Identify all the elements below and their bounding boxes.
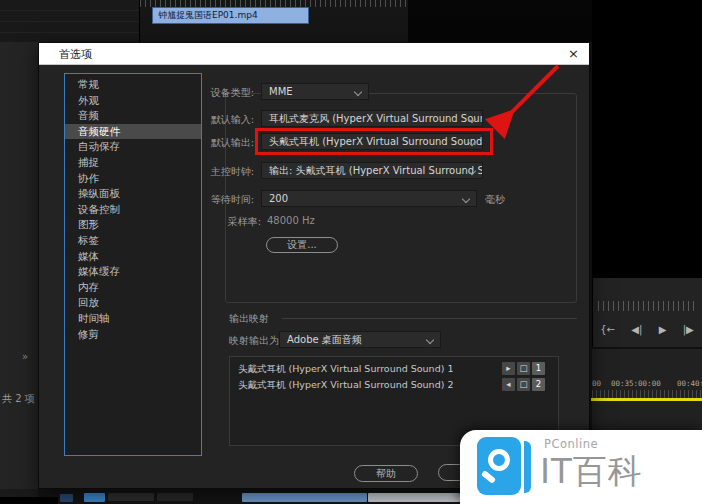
settings-button[interactable]: 设置...: [266, 237, 338, 253]
timeline-timecodes: 00 00:35:00:00 00:40:00: [592, 378, 702, 389]
magnifier-book-icon: [477, 437, 535, 497]
channel-grid-icon[interactable]: □: [517, 378, 530, 391]
sample-rate-value: 48000 Hz: [267, 215, 315, 226]
mapping-row-label: 头戴式耳机 (HyperX Virtual Surround Sound) 2: [238, 379, 453, 392]
sidebar-item-media[interactable]: 媒体: [65, 249, 201, 265]
mapping-row[interactable]: 头戴式耳机 (HyperX Virtual Surround Sound) 1 …: [230, 362, 558, 377]
panel-overflow-chevron-icon[interactable]: »: [22, 351, 28, 362]
mapping-row[interactable]: 头戴式耳机 (HyperX Virtual Surround Sound) 2 …: [230, 378, 558, 393]
output-mapping-header: 输出映射: [229, 312, 269, 326]
default-output-label: 默认输出:: [114, 136, 254, 150]
preferences-dialog: 首选项 × 常规 外观 音频 音频硬件 自动保存 捕捉 协作 操纵面板 设备控制…: [38, 42, 590, 489]
project-panel-edge: [0, 42, 38, 489]
device-type-label: 设备类型:: [114, 86, 254, 100]
sidebar-item-labels[interactable]: 标签: [65, 233, 201, 249]
map-output-for-label: 映射输出为:: [229, 334, 282, 348]
sample-rate-label: 采样率:: [121, 215, 261, 229]
sidebar-item-memory[interactable]: 内存: [65, 280, 201, 296]
selected-clip[interactable]: 钟馗捉鬼国语EP01.mp4: [152, 7, 309, 24]
timeline-ruler[interactable]: [592, 390, 702, 398]
speaker-left-icon[interactable]: ◂: [502, 378, 515, 391]
track-header-panel: [0, 0, 140, 42]
default-input-dropdown[interactable]: 耳机式麦克风 (HyperX Virtual Surround Sound): [261, 110, 483, 127]
step-back-button[interactable]: ◀|: [631, 324, 642, 335]
master-clock-label: 主控时钟:: [114, 165, 254, 179]
step-forward-button[interactable]: |▶: [683, 324, 694, 335]
watermark-title: IT百科: [540, 449, 643, 495]
watermark-card: PConline IT百科: [460, 430, 702, 504]
annotation-highlight-rect: [255, 128, 493, 155]
sidebar-item-trim[interactable]: 修剪: [65, 327, 201, 343]
go-to-in-button[interactable]: {←: [600, 324, 615, 335]
channel-grid-icon[interactable]: □: [517, 362, 530, 375]
timeline-scrollbar[interactable]: [368, 493, 460, 502]
timeline-ruler-top[interactable]: [140, 0, 408, 7]
timeline-clip-fragment[interactable]: [60, 494, 73, 502]
latency-dropdown[interactable]: 200: [261, 190, 477, 207]
preferences-category-list: 常规 外观 音频 音频硬件 自动保存 捕捉 协作 操纵面板 设备控制 图形 标签…: [64, 73, 202, 456]
mapping-row-buttons: ▸ □ 1: [502, 362, 545, 375]
sidebar-item-playback[interactable]: 回放: [65, 295, 201, 311]
default-input-label: 默认输入:: [114, 113, 254, 127]
project-item-count: 共 2 项: [2, 392, 35, 406]
latency-unit: 毫秒: [485, 193, 505, 207]
dialog-titlebar[interactable]: 首选项 ×: [39, 43, 589, 65]
latency-label: 等待时间:: [114, 193, 254, 207]
timeline-clip-fragment[interactable]: [108, 493, 154, 501]
master-clock-dropdown[interactable]: 输出: 头戴式耳机 (HyperX Virtual Surround Sound…: [261, 162, 483, 179]
device-type-dropdown[interactable]: MME: [261, 83, 369, 100]
section-rule: [282, 318, 577, 319]
transport-controls: {← ◀| ▶ |▶: [592, 318, 702, 340]
timeline-clip-fragment[interactable]: [84, 493, 105, 502]
program-monitor: [592, 0, 702, 278]
sidebar-item-timeline[interactable]: 时间轴: [65, 311, 201, 327]
timecode-label: 00: [592, 379, 601, 388]
map-output-for-dropdown[interactable]: Adobe 桌面音频: [279, 331, 441, 348]
timecode-label: 00:35:00:00: [611, 379, 661, 388]
mapping-row-buttons: ◂ □ 2: [502, 378, 545, 391]
channel-number-badge[interactable]: 1: [532, 362, 545, 375]
help-button[interactable]: 帮助: [354, 465, 418, 482]
work-area-bar[interactable]: [591, 398, 702, 401]
close-icon[interactable]: ×: [568, 46, 579, 61]
panel-divider: [0, 497, 58, 504]
program-monitor-top: [408, 0, 592, 42]
channel-number-badge[interactable]: 2: [532, 378, 545, 391]
play-button[interactable]: ▶: [659, 324, 667, 335]
premiere-workspace: ↺ 钟馗捉鬼国语EP01.mp4 » 共 2 项 {← ◀| ▶ |▶ 00 0…: [0, 0, 702, 504]
dialog-title: 首选项: [59, 47, 92, 62]
scrub-bar[interactable]: [598, 301, 698, 311]
timecode-label: 00:40:00: [677, 379, 702, 388]
speaker-right-icon[interactable]: ▸: [502, 362, 515, 375]
timeline-clip-fragment[interactable]: [157, 493, 193, 501]
timeline-audio-clip[interactable]: [242, 493, 367, 502]
sidebar-item-media-cache[interactable]: 媒体缓存: [65, 264, 201, 280]
mapping-row-label: 头戴式耳机 (HyperX Virtual Surround Sound) 1: [238, 363, 453, 376]
